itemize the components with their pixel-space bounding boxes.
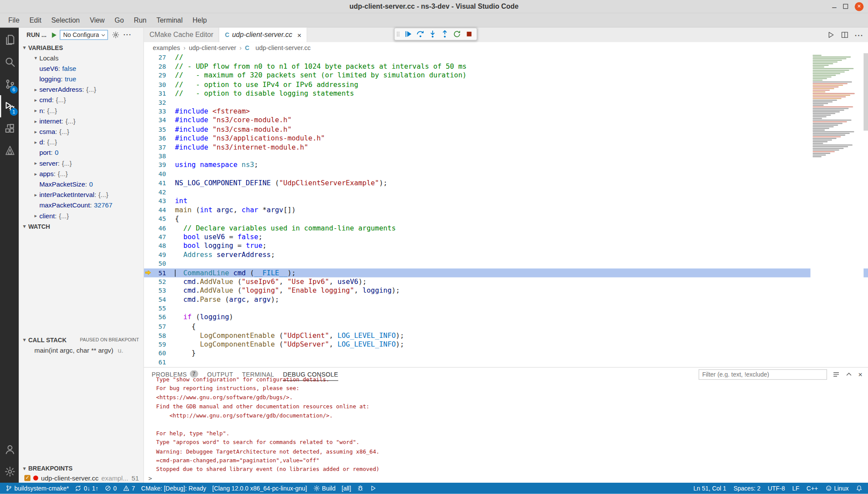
code-line[interactable]: 44main (int argc, char *argv[]) <box>144 206 868 215</box>
code-line[interactable]: 53 cmd.AddValue ("logging", "Enable logg… <box>144 286 868 295</box>
breakpoint-row[interactable]: ✓udp-client-server.ccexampl...51 <box>19 473 143 483</box>
code-line[interactable]: 58 LogComponentEnable ("UdpClient", LOG_… <box>144 331 868 340</box>
code-line[interactable]: 46 // Declare variables used in command-… <box>144 224 868 233</box>
variable-row[interactable]: ▸n:{...} <box>19 105 143 116</box>
variable-row[interactable]: ▸serverAddress:{...} <box>19 84 143 94</box>
step-out-button[interactable] <box>441 30 449 38</box>
close-icon[interactable]: × <box>297 31 301 39</box>
breadcrumb-item[interactable]: udp-client-server <box>189 44 236 51</box>
scrollbar-thumb[interactable] <box>864 53 868 130</box>
encoding[interactable]: UTF-8 <box>768 485 785 491</box>
code-line[interactable]: 48 bool logging = true; <box>144 241 868 250</box>
activity-source-control[interactable]: 6 <box>0 73 19 95</box>
start-debugging-button[interactable] <box>50 31 58 39</box>
cmake-kit-status[interactable]: [Clang 12.0.0 x86_64-pc-linux-gnu] <box>212 485 307 491</box>
variable-row[interactable]: MaxPacketSize:0 <box>19 179 143 189</box>
close-button[interactable]: × <box>855 2 863 10</box>
code-line[interactable]: 45{ <box>144 214 868 224</box>
activity-explorer[interactable] <box>0 29 19 51</box>
code-line[interactable]: 55 <box>144 304 868 313</box>
code-line[interactable]: 60 } <box>144 349 868 358</box>
indentation[interactable]: Spaces: 2 <box>734 485 761 491</box>
variables-section-header[interactable]: ▾VARIABLES <box>19 42 143 53</box>
variable-row[interactable]: ▸cmd:{...} <box>19 95 143 105</box>
cmake-build-button[interactable]: Build <box>313 485 336 491</box>
code-line[interactable]: 27// <box>144 53 868 62</box>
tab-cmake-cache-editor[interactable]: CMake Cache Editor <box>144 28 220 42</box>
code-line[interactable]: 29// - maximum of 320 packets sent (or l… <box>144 71 868 80</box>
menu-terminal[interactable]: Terminal <box>151 13 187 27</box>
restart-button[interactable] <box>453 30 461 38</box>
code-line[interactable]: 54 cmd.Parse (argc, argv); <box>144 295 868 304</box>
menu-selection[interactable]: Selection <box>47 13 85 27</box>
code-line[interactable]: 38 <box>144 152 868 161</box>
minimap[interactable] <box>811 53 864 367</box>
tab-udp-client-server-cc[interactable]: Cudp-client-server.cc× <box>220 28 308 42</box>
code-line[interactable]: 28// - UDP flow from n0 to n1 of 1024 by… <box>144 62 868 71</box>
cursor-position[interactable]: Ln 51, Col 1 <box>694 485 727 491</box>
variable-row[interactable]: ▸client:{...} <box>19 210 143 221</box>
activity-extensions[interactable] <box>0 117 19 140</box>
cmake-debug-button[interactable] <box>357 485 364 491</box>
code-line[interactable]: 42 <box>144 187 868 197</box>
activity-settings[interactable] <box>0 461 19 483</box>
breadcrumb-item[interactable]: examples <box>153 44 180 51</box>
breadcrumb-item[interactable]: udp-client-server.cc <box>255 44 310 51</box>
menu-file[interactable]: File <box>3 13 25 27</box>
code-line[interactable]: 61 <box>144 358 868 367</box>
debug-console-input[interactable]: > <box>144 474 868 483</box>
variable-row[interactable]: useV6:false <box>19 63 143 73</box>
menu-edit[interactable]: Edit <box>24 13 46 27</box>
split-editor-icon[interactable] <box>841 31 849 39</box>
code-line[interactable]: 47 bool useV6 = false; <box>144 232 868 241</box>
views-more-actions-icon[interactable]: ··· <box>124 31 132 39</box>
menu-run[interactable]: Run <box>129 13 151 27</box>
variable-row[interactable]: logging:true <box>19 73 143 84</box>
variable-row[interactable]: ▸interPacketInterval:{...} <box>19 189 143 200</box>
notifications-bell[interactable] <box>856 485 862 491</box>
stack-frame-row[interactable]: main(int argc, char ** argv)u. <box>19 345 143 355</box>
breakpoints-section-header[interactable]: ▾BREAKPOINTS <box>19 463 143 473</box>
breakpoint-checkbox[interactable]: ✓ <box>24 475 30 481</box>
code-line[interactable]: 35#include "ns3/csma-module.h" <box>144 125 868 134</box>
code-line[interactable]: 56 if (logging) <box>144 313 868 322</box>
variable-row[interactable]: ▸apps:{...} <box>19 168 143 179</box>
code-line[interactable]: 37#include "ns3/internet-module.h" <box>144 143 868 152</box>
code-line[interactable]: 33#include <fstream> <box>144 107 868 116</box>
code-line[interactable]: 51 CommandLine cmd (__FILE__); <box>144 268 868 277</box>
cmake-status[interactable]: CMake: [Debug]: Ready <box>141 485 206 491</box>
menu-go[interactable]: Go <box>110 13 129 27</box>
activity-cmake-tools[interactable] <box>0 140 19 162</box>
run-file-icon[interactable] <box>827 31 835 39</box>
activity-search[interactable] <box>0 51 19 73</box>
continue-button[interactable] <box>404 30 412 38</box>
code-line[interactable]: 34#include "ns3/core-module.h" <box>144 116 868 125</box>
variable-row[interactable]: ▸d:{...} <box>19 137 143 147</box>
variable-row[interactable]: ▸csma:{...} <box>19 126 143 137</box>
cmake-target-status[interactable]: [all] <box>341 485 351 491</box>
code-line[interactable]: 50 <box>144 259 868 268</box>
code-line[interactable]: 43int <box>144 197 868 206</box>
activity-account[interactable] <box>0 438 19 461</box>
variable-row[interactable]: ▸server:{...} <box>19 158 143 168</box>
toolbar-grip-icon[interactable] <box>396 30 400 38</box>
variable-row[interactable]: maxPacketCount:32767 <box>19 200 143 210</box>
watch-section-header[interactable]: ▾WATCH <box>19 221 143 231</box>
launch-settings-gear-icon[interactable] <box>112 31 120 39</box>
code-line[interactable]: 52 cmd.AddValue ("useIpv6", "Use Ipv6", … <box>144 277 868 286</box>
more-actions-icon[interactable]: ··· <box>855 31 863 39</box>
call-stack-section-header[interactable]: ▾CALL STACKPAUSED ON BREAKPOINT <box>19 334 143 345</box>
debug-config-dropdown[interactable]: No Configura <box>60 30 108 40</box>
git-sync-status[interactable]: 0↓ 1↑ <box>75 485 98 491</box>
menu-help[interactable]: Help <box>187 13 212 27</box>
os-status[interactable]: Linux <box>825 485 849 491</box>
code-editor[interactable]: 27//28// - UDP flow from n0 to n1 of 102… <box>144 53 868 367</box>
stop-button[interactable] <box>465 30 473 38</box>
menu-view[interactable]: View <box>85 13 110 27</box>
code-line[interactable]: 57 { <box>144 322 868 331</box>
minimize-button[interactable]: – <box>832 3 837 9</box>
eol[interactable]: LF <box>792 485 799 491</box>
code-line[interactable]: 41NS_LOG_COMPONENT_DEFINE ("UdpClientSer… <box>144 179 868 188</box>
code-line[interactable]: 36#include "ns3/applications-module.h" <box>144 134 868 143</box>
variable-row[interactable]: port:0 <box>19 147 143 158</box>
